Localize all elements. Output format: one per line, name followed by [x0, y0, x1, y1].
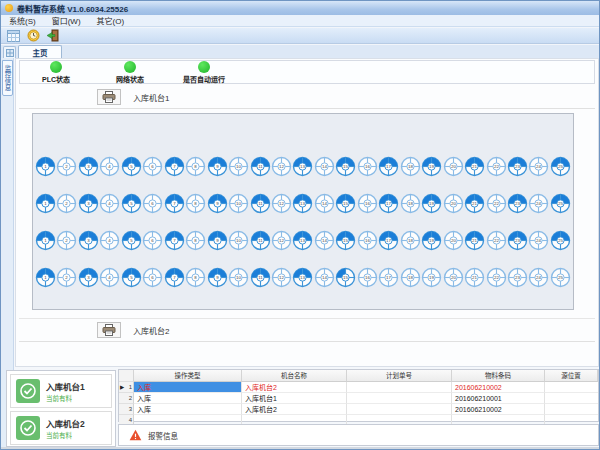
menu-item-3[interactable]: 其它(O): [97, 15, 125, 26]
slot-reel-20[interactable]: 20: [443, 267, 464, 288]
slot-reel-16[interactable]: 16: [357, 267, 378, 288]
slot-reel-13[interactable]: 13: [292, 193, 313, 214]
column-header-1[interactable]: 操作类型: [134, 370, 242, 382]
slot-reel-18[interactable]: 18: [400, 193, 421, 214]
slot-reel-9[interactable]: 9: [207, 193, 228, 214]
cell[interactable]: [347, 393, 452, 404]
slot-reel-14[interactable]: 14: [314, 156, 335, 177]
table-row-2[interactable]: 2入库入库机台1201606210001: [119, 393, 598, 404]
slot-reel-12[interactable]: 12: [271, 193, 292, 214]
menu-item-2[interactable]: 窗口(W): [52, 15, 81, 26]
slot-reel-20[interactable]: 20: [443, 193, 464, 214]
column-header-2[interactable]: 机台名称: [242, 370, 347, 382]
slot-reel-25[interactable]: 25: [550, 267, 571, 288]
slot-reel-23[interactable]: 23: [507, 156, 528, 177]
slot-reel-1[interactable]: 1: [35, 267, 56, 288]
slot-reel-16[interactable]: 16: [357, 193, 378, 214]
slot-reel-6[interactable]: 6: [142, 230, 163, 251]
slot-reel-15[interactable]: 15: [335, 267, 356, 288]
exit-icon[interactable]: [46, 29, 60, 42]
slot-reel-12[interactable]: 12: [271, 267, 292, 288]
calendar-icon[interactable]: [6, 29, 20, 42]
slot-reel-17[interactable]: 17: [378, 156, 399, 177]
cell[interactable]: [545, 382, 598, 393]
slot-reel-4[interactable]: 4: [99, 230, 120, 251]
slot-reel-20[interactable]: 20: [443, 230, 464, 251]
slot-reel-1[interactable]: 1: [35, 230, 56, 251]
slot-reel-22[interactable]: 22: [486, 267, 507, 288]
slot-reel-11[interactable]: 11: [250, 156, 271, 177]
slot-reel-7[interactable]: 7: [164, 267, 185, 288]
slot-reel-15[interactable]: 15: [335, 230, 356, 251]
slot-reel-14[interactable]: 14: [314, 267, 335, 288]
slot-reel-11[interactable]: 11: [250, 267, 271, 288]
slot-reel-21[interactable]: 21: [464, 193, 485, 214]
slot-reel-24[interactable]: 24: [528, 267, 549, 288]
slot-reel-22[interactable]: 22: [486, 193, 507, 214]
slot-reel-21[interactable]: 21: [464, 267, 485, 288]
slot-reel-13[interactable]: 13: [292, 267, 313, 288]
column-header-4[interactable]: 物料条码: [452, 370, 545, 382]
machine-card-1[interactable]: 入库机台1当前有料: [10, 374, 112, 408]
slot-reel-8[interactable]: 8: [185, 156, 206, 177]
slot-reel-2[interactable]: 2: [56, 156, 77, 177]
slot-reel-4[interactable]: 4: [99, 267, 120, 288]
print-button-machine1[interactable]: [97, 89, 121, 105]
table-row-1[interactable]: ▶1入库入库机台2201606210002: [119, 382, 598, 393]
slot-reel-8[interactable]: 8: [185, 193, 206, 214]
slot-reel-12[interactable]: 12: [271, 156, 292, 177]
slot-reel-13[interactable]: 13: [292, 230, 313, 251]
slot-reel-21[interactable]: 21: [464, 156, 485, 177]
slot-reel-8[interactable]: 8: [185, 267, 206, 288]
slot-reel-3[interactable]: 3: [78, 193, 99, 214]
slot-reel-1[interactable]: 1: [35, 193, 56, 214]
slot-reel-19[interactable]: 19: [421, 193, 442, 214]
slot-reel-17[interactable]: 17: [378, 193, 399, 214]
side-tab-monitor[interactable]: 监控信息: [2, 60, 13, 96]
slot-reel-13[interactable]: 13: [292, 156, 313, 177]
slot-reel-16[interactable]: 16: [357, 230, 378, 251]
slot-reel-22[interactable]: 22: [486, 156, 507, 177]
slot-reel-16[interactable]: 16: [357, 156, 378, 177]
slot-reel-14[interactable]: 14: [314, 230, 335, 251]
slot-reel-1[interactable]: 1: [35, 156, 56, 177]
slot-reel-18[interactable]: 18: [400, 156, 421, 177]
cell[interactable]: 201606210001: [452, 393, 545, 404]
slot-reel-22[interactable]: 22: [486, 230, 507, 251]
slot-reel-5[interactable]: 5: [121, 193, 142, 214]
cell[interactable]: [347, 404, 452, 415]
slot-reel-3[interactable]: 3: [78, 156, 99, 177]
slot-reel-3[interactable]: 3: [78, 230, 99, 251]
slot-reel-15[interactable]: 15: [335, 156, 356, 177]
cell[interactable]: 入库机台2: [242, 382, 347, 393]
slot-reel-24[interactable]: 24: [528, 230, 549, 251]
slot-reel-12[interactable]: 12: [271, 230, 292, 251]
slot-reel-10[interactable]: 10: [228, 156, 249, 177]
slot-reel-15[interactable]: 15: [335, 193, 356, 214]
machine-card-2[interactable]: 入库机台2当前有料: [10, 411, 112, 445]
slot-reel-19[interactable]: 19: [421, 230, 442, 251]
slot-reel-6[interactable]: 6: [142, 193, 163, 214]
slot-reel-24[interactable]: 24: [528, 156, 549, 177]
cell[interactable]: 201606210002: [452, 404, 545, 415]
column-header-5[interactable]: 源位置: [545, 370, 598, 382]
slot-reel-11[interactable]: 11: [250, 230, 271, 251]
slot-reel-21[interactable]: 21: [464, 230, 485, 251]
cell[interactable]: [545, 404, 598, 415]
slot-reel-25[interactable]: 25: [550, 156, 571, 177]
slot-reel-5[interactable]: 5: [121, 267, 142, 288]
slot-reel-7[interactable]: 7: [164, 193, 185, 214]
slot-reel-2[interactable]: 2: [56, 230, 77, 251]
slot-reel-11[interactable]: 11: [250, 193, 271, 214]
slot-reel-18[interactable]: 18: [400, 230, 421, 251]
slot-reel-25[interactable]: 25: [550, 230, 571, 251]
slot-reel-5[interactable]: 5: [121, 156, 142, 177]
slot-reel-5[interactable]: 5: [121, 230, 142, 251]
slot-reel-10[interactable]: 10: [228, 267, 249, 288]
slot-reel-9[interactable]: 9: [207, 156, 228, 177]
menu-item-1[interactable]: 系统(S): [9, 15, 36, 26]
slot-reel-19[interactable]: 19: [421, 156, 442, 177]
slot-reel-8[interactable]: 8: [185, 230, 206, 251]
slot-reel-17[interactable]: 17: [378, 230, 399, 251]
slot-reel-7[interactable]: 7: [164, 156, 185, 177]
